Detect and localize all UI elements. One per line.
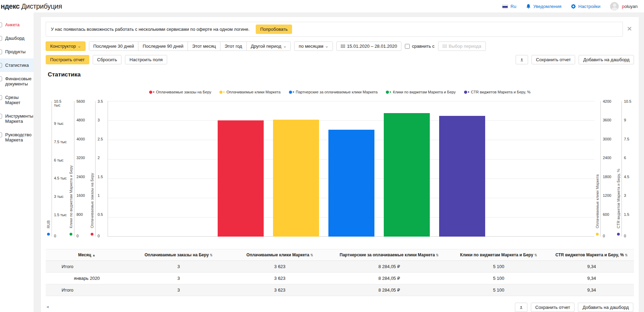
sidebar-item-icon [0,63,2,68]
bar-оплачиваемые-клики-маркета[interactable] [273,120,319,237]
axis-series-dot-icon [91,233,93,236]
bar-chart: RUB10.5 тыс9 тыс7.5 тыс6 тыс4.5 тыс3 тыс… [46,101,634,237]
stats-table: Месяц▲Оплачиваемые заказы на Беру⇅Оплачи… [46,249,634,296]
export-button-bottom[interactable] [515,303,527,312]
axis-title: Оплачиваемые клики Маркета [595,174,599,228]
main-area: У нас появилась возможность работать с н… [34,12,644,312]
chevron-down-icon: ⌄ [283,44,287,48]
close-icon[interactable]: × [627,25,634,34]
group-by-dropdown[interactable]: по месяцам⌄ [294,42,333,51]
save-report-button-bottom[interactable]: Сохранить отчет [531,303,575,312]
language-switcher[interactable]: Ru [502,4,516,9]
sidebar-item-6[interactable]: Срезы Маркет [0,91,34,109]
legend-label: Оплачиваемые клики Маркета [226,90,280,94]
left-axis-1: RUB10.5 тыс9 тыс7.5 тыс6 тыс4.5 тыс3 тыс… [46,101,68,237]
bar-партнерские-за-оплачиваемые-клики-маркета[interactable] [328,130,374,237]
user-menu[interactable]: poluyan [610,2,639,11]
period-button-group: Последние 30 дней Последние 90 дней Этот… [89,42,291,51]
russian-flag-icon [502,4,508,8]
add-to-dashboard-button-bottom[interactable]: Добавить на дашборд [578,303,633,312]
axis-ticks: 3.532.521.510.50 [95,101,108,237]
sort-icon: ▲ [92,253,96,257]
bar-ctr-виджетов-маркета-и-беру-[interactable] [439,116,485,237]
axis-tick-label: 1200 [603,194,614,198]
sidebar-item-label: Анкета [5,22,20,27]
sidebar-item-icon [0,95,2,100]
bar-оплачиваемые-заказы-на-беру[interactable] [218,120,264,237]
legend-dot-icon [464,91,467,94]
axis-series-dot-icon [70,233,72,236]
legend-item[interactable]: Партнерские за оплачиваемые клики Маркет… [289,90,378,94]
axis-tick-label: 3.5 [98,100,106,103]
axis-tick-label: 6 тыс [54,158,67,162]
reset-button[interactable]: Сбросить [93,55,122,64]
period-last-90-days[interactable]: Последние 90 дней [138,42,188,51]
right-axis-2: CTR виджетов Маркета и Беру, %10.597.564… [616,101,634,237]
axis-tick-label: 1.5 [624,213,633,217]
column-header-1[interactable]: Месяц▲ [46,249,128,261]
legend-item[interactable]: Клики по виджетам Маркета и Беру [386,90,456,94]
sidebar-item-2[interactable]: Дашборд [0,31,34,45]
scroll-left-icon[interactable]: ◂ [46,303,49,309]
legend-label: CTR виджетов Маркета и Беру, % [471,90,530,94]
sidebar-item-4[interactable]: Статистика [0,58,34,72]
legend-dot-icon [149,91,152,94]
axis-label-zone: Клики по виджетам Маркета и Беру [68,101,74,237]
bar-клики-по-виджетам-маркета-и-беру[interactable] [384,113,430,237]
value-cell: 3 [128,284,229,296]
sidebar-item-7[interactable]: Инструменты Маркета [0,109,34,128]
period-this-year[interactable]: Этот год [220,42,246,51]
legend-item[interactable]: Оплачиваемые заказы на Беру [149,90,211,94]
configure-fields-button[interactable]: Настроить поля [125,55,167,64]
add-to-dashboard-button[interactable]: Добавить на дашборд [579,55,634,64]
settings-link[interactable]: Настройки [571,4,600,9]
legend-item[interactable]: Оплачиваемые клики Маркета [219,90,280,94]
sort-icon: ⇅ [436,253,439,257]
column-header-2[interactable]: Оплачиваемые заказы на Беру⇅ [128,249,229,261]
notifications-link[interactable]: Уведомления [526,4,561,9]
column-header-5[interactable]: Клики по виджетам Маркета и Беру⇅ [448,249,549,261]
sidebar-item-1[interactable]: Анкета [0,18,34,31]
month-cell: январь 2020 [46,273,128,284]
banner-row: У нас появилась возможность работать с н… [46,22,634,37]
column-header-label: Оплачиваемые клики Маркета [246,253,309,257]
legend-dot-icon [219,91,223,94]
axis-label-zone: Оплачиваемые заказы на Беру [89,101,95,237]
yandex-logo[interactable]: ндекс Дистрибуция [1,2,62,10]
axis-tick-label: 6 [624,156,633,160]
try-button[interactable]: Попробовать [256,25,292,34]
period-last-30-days[interactable]: Последние 30 дней [89,42,138,51]
column-header-3[interactable]: Оплачиваемые клики Маркета⇅ [229,249,330,261]
period-custom-dropdown[interactable]: Другой период⌄ [246,42,291,51]
column-header-6[interactable]: CTR виджетов Маркета и Беру, %⇅ [549,249,634,261]
legend-item[interactable]: CTR виджетов Маркета и Беру, % [464,90,530,94]
chart-legend: Оплачиваемые заказы на БеруОплачиваемые … [46,90,634,94]
compare-checkbox[interactable] [405,44,410,49]
save-report-button[interactable]: Сохранить отчет [532,55,575,64]
compare-period-button[interactable]: Выбор периода [438,42,486,51]
sidebar: АнкетаДашбордПродуктыСтатистикаФинансовы… [0,12,34,312]
column-header-4[interactable]: Партнерские за оплачиваемые клики Маркет… [330,249,448,261]
axis-tick-label: 2.5 [98,137,106,141]
sidebar-item-3[interactable]: Продукты [0,45,34,58]
top-bar: ндекс Дистрибуция Ru Уведомления Настрой… [0,0,644,12]
axis-series-dot-icon [47,233,50,236]
date-range-button[interactable]: 15.01.2020 – 28.01.2020 [336,42,402,51]
constructor-dropdown[interactable]: Конструктор⌄ [46,42,85,51]
axis-label-zone: CTR виджетов Маркета и Беру, % [616,101,622,237]
axis-tick-label: 7.5 тыс [54,140,67,144]
build-report-button[interactable]: Построить отчет [46,55,89,64]
logo-text-light: Дистрибуция [21,2,62,10]
sidebar-item-5[interactable]: Финансовые документы [0,72,34,91]
export-button[interactable] [516,55,528,64]
axis-series-dot-icon [617,233,620,236]
sidebar-item-label: Руководство Маркета [5,132,33,143]
sidebar-item-label: Инструменты Маркета [5,113,33,124]
axis-title: Клики по виджетам Маркета и Беру [69,165,73,228]
sidebar-item-8[interactable]: Руководство Маркета [0,128,34,147]
axis-tick-label: 9 тыс [54,122,67,126]
right-axes: Оплачиваемые клики Маркета42003600300024… [595,101,634,237]
axis-tick-label: 1800 [603,175,614,179]
column-header-label: Месяц [78,253,91,257]
period-this-month[interactable]: Этот месяц [188,42,220,51]
